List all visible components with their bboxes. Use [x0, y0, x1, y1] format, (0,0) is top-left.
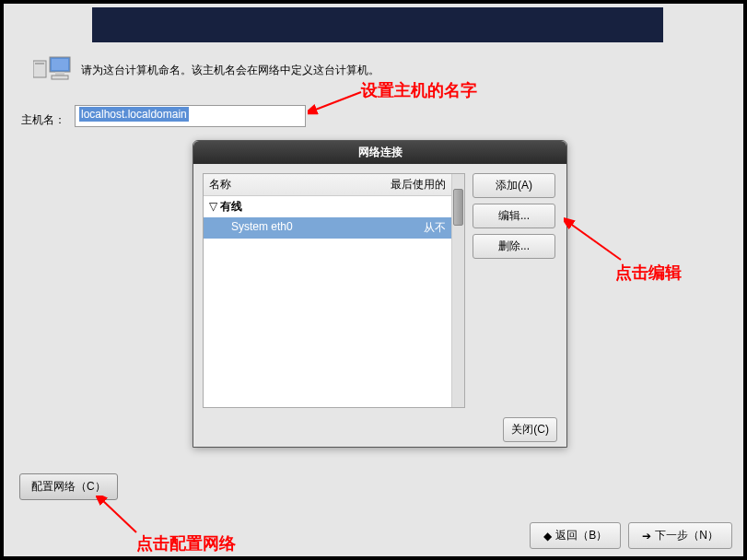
- scrollbar-thumb[interactable]: [453, 189, 463, 226]
- edit-button[interactable]: 编辑...: [473, 204, 555, 228]
- annotation-config: 点击配置网络: [136, 532, 236, 554]
- svg-rect-3: [52, 59, 68, 70]
- svg-rect-1: [35, 63, 44, 64]
- svg-line-8: [101, 499, 136, 532]
- list-item[interactable]: System eth0 从不: [204, 217, 451, 239]
- arrow-right-icon: ➔: [642, 530, 651, 542]
- annotation-hostname: 设置主机的名字: [361, 79, 477, 101]
- item-last: 从不: [424, 220, 446, 236]
- scrollbar[interactable]: [451, 174, 464, 407]
- close-button[interactable]: 关闭(C): [503, 417, 557, 442]
- arrow-left-icon: ◆: [543, 530, 552, 542]
- svg-rect-5: [52, 76, 68, 79]
- arrow-hostname: [308, 88, 363, 116]
- annotation-edit: 点击编辑: [615, 262, 682, 284]
- hostname-value: localhost.localdomain: [79, 107, 189, 122]
- dialog-title: 网络连接: [193, 141, 566, 164]
- col-last-used: 最后使用的: [391, 177, 446, 192]
- next-button[interactable]: ➔ 下一步（N）: [628, 522, 732, 549]
- list-group-wired[interactable]: 有线: [204, 196, 451, 217]
- computer-icon: [33, 55, 72, 83]
- main-panel: 请为这台计算机命名。该主机名会在网络中定义这台计算机。 主机名： localho…: [4, 4, 743, 556]
- svg-rect-4: [55, 72, 64, 76]
- instruction-text: 请为这台计算机命名。该主机名会在网络中定义这台计算机。: [81, 63, 379, 78]
- header-bar: [92, 7, 663, 42]
- configure-network-button[interactable]: 配置网络（C）: [19, 473, 118, 500]
- list-header: 名称 最后使用的: [204, 174, 451, 196]
- svg-line-6: [313, 92, 361, 111]
- col-name: 名称: [209, 177, 391, 192]
- delete-button[interactable]: 删除...: [473, 234, 555, 259]
- svg-line-7: [569, 223, 621, 260]
- hostname-label: 主机名：: [21, 112, 65, 128]
- add-button[interactable]: 添加(A): [473, 173, 555, 198]
- arrow-edit: [564, 217, 628, 263]
- hostname-input[interactable]: localhost.localdomain: [75, 105, 306, 127]
- network-dialog: 网络连接 名称 最后使用的 有线 System eth0 从不: [193, 140, 567, 448]
- item-name: System eth0: [231, 220, 424, 236]
- connection-list[interactable]: 名称 最后使用的 有线 System eth0 从不: [203, 173, 465, 408]
- back-button[interactable]: ◆ 返回（B）: [530, 522, 621, 549]
- arrow-config: [96, 496, 142, 536]
